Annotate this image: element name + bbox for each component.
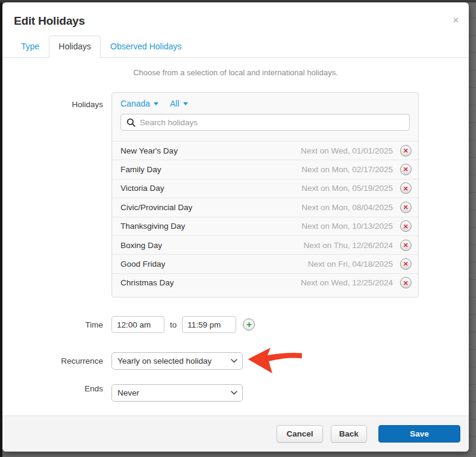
holiday-name: Good Friday xyxy=(121,260,308,269)
delete-holiday-icon[interactable]: ✕ xyxy=(400,164,412,175)
ends-label: Ends xyxy=(11,384,111,402)
holiday-next-date: Next on Mon, 05/19/2025 xyxy=(301,184,393,193)
holiday-next-date: Next on Thu, 12/26/2024 xyxy=(304,241,393,250)
edit-holidays-modal: Edit Holidays × Type Holidays Observed H… xyxy=(2,2,469,452)
country-filter-label: Canada xyxy=(121,99,150,108)
modal-header: Edit Holidays × xyxy=(2,2,469,28)
tab-observed-holidays[interactable]: Observed Holidays xyxy=(101,36,191,58)
tab-bar: Type Holidays Observed Holidays xyxy=(2,36,469,58)
holiday-row: Good FridayNext on Fri, 04/18/2025✕ xyxy=(112,254,418,273)
search-bar xyxy=(121,114,410,131)
recurrence-label: Recurrence xyxy=(11,356,111,365)
modal-title: Edit Holidays xyxy=(14,14,457,28)
scope-filter-label: All xyxy=(170,99,180,108)
caret-down-icon xyxy=(154,102,158,105)
holiday-name: Civic/Provincial Day xyxy=(121,203,301,212)
holiday-row: Boxing DayNext on Thu, 12/26/2024✕ xyxy=(112,235,418,254)
tab-type[interactable]: Type xyxy=(11,36,49,58)
tab-holidays[interactable]: Holidays xyxy=(49,36,101,58)
start-time-input[interactable] xyxy=(111,316,164,333)
holiday-name: New Year's Day xyxy=(121,146,301,155)
holidays-form-row: Holidays Canada All New Year's DayNext o… xyxy=(11,92,460,297)
recurrence-controls: Yearly on selected holiday xyxy=(111,352,243,370)
back-button[interactable]: Back xyxy=(331,425,367,443)
holiday-row: Victoria DayNext on Mon, 05/19/2025✕ xyxy=(112,179,418,197)
holiday-name: Boxing Day xyxy=(121,241,304,250)
holiday-next-date: Next on Wed, 01/01/2025 xyxy=(301,146,393,155)
holidays-panel: Canada All New Year's DayNext on Wed, 01… xyxy=(111,92,419,297)
holidays-label: Holidays xyxy=(11,92,111,297)
modal-footer: Cancel Back Save xyxy=(2,415,469,452)
search-icon xyxy=(127,118,136,127)
country-filter-dropdown[interactable]: Canada xyxy=(121,99,158,108)
recurrence-form-row: Recurrence Yearly on selected holiday xyxy=(11,352,460,370)
holiday-name: Victoria Day xyxy=(121,184,301,193)
ends-select[interactable]: Never xyxy=(111,384,243,402)
holiday-list: New Year's DayNext on Wed, 01/01/2025✕Fa… xyxy=(112,141,418,292)
holiday-row: Thanksgiving DayNext on Mon, 10/13/2025✕ xyxy=(112,217,418,235)
end-time-input[interactable] xyxy=(182,316,236,333)
delete-holiday-icon[interactable]: ✕ xyxy=(400,258,412,270)
holiday-name: Family Day xyxy=(121,165,301,174)
holiday-row: Family DayNext on Mon, 02/17/2025✕ xyxy=(112,160,418,178)
delete-holiday-icon[interactable]: ✕ xyxy=(400,220,412,232)
cancel-button[interactable]: Cancel xyxy=(277,425,322,443)
delete-holiday-icon[interactable]: ✕ xyxy=(400,277,412,288)
holiday-name: Christmas Day xyxy=(121,278,301,287)
caret-down-icon xyxy=(183,102,188,105)
ends-select-wrap: Never xyxy=(111,384,243,402)
to-label: to xyxy=(170,320,177,329)
holiday-next-date: Next on Fri, 04/18/2025 xyxy=(308,260,393,269)
time-controls: to + xyxy=(111,316,255,333)
delete-holiday-icon[interactable]: ✕ xyxy=(400,182,412,194)
holiday-row: Christmas DayNext on Wed, 12/25/2024✕ xyxy=(112,273,418,292)
time-label: Time xyxy=(11,320,111,329)
holiday-row: Civic/Provincial DayNext on Mon, 08/04/2… xyxy=(112,197,418,216)
delete-holiday-icon[interactable]: ✕ xyxy=(400,240,412,251)
recurrence-select-wrap: Yearly on selected holiday xyxy=(111,352,243,370)
holiday-next-date: Next on Mon, 08/04/2025 xyxy=(301,203,393,212)
modal-body: Choose from a selection of local and int… xyxy=(2,58,469,415)
annotation-arrow-icon xyxy=(248,347,303,374)
time-form-row: Time to + xyxy=(11,316,460,333)
recurrence-select[interactable]: Yearly on selected holiday xyxy=(111,352,243,370)
delete-holiday-icon[interactable]: ✕ xyxy=(400,145,412,157)
holiday-next-date: Next on Wed, 12/25/2024 xyxy=(301,278,393,287)
delete-holiday-icon[interactable]: ✕ xyxy=(400,202,412,213)
close-icon[interactable]: × xyxy=(451,14,461,26)
search-input[interactable] xyxy=(121,114,410,131)
holiday-row: New Year's DayNext on Wed, 01/01/2025✕ xyxy=(112,141,418,160)
ends-form-row: Ends Never xyxy=(11,384,460,402)
holiday-next-date: Next on Mon, 02/17/2025 xyxy=(301,165,393,174)
holiday-name: Thanksgiving Day xyxy=(121,222,301,231)
subtitle: Choose from a selection of local and int… xyxy=(11,68,460,77)
scope-filter-dropdown[interactable]: All xyxy=(170,99,188,108)
holiday-filters: Canada All xyxy=(112,99,418,108)
save-button[interactable]: Save xyxy=(378,425,460,443)
holiday-next-date: Next on Mon, 10/13/2025 xyxy=(301,222,393,231)
add-time-icon[interactable]: + xyxy=(243,319,255,331)
